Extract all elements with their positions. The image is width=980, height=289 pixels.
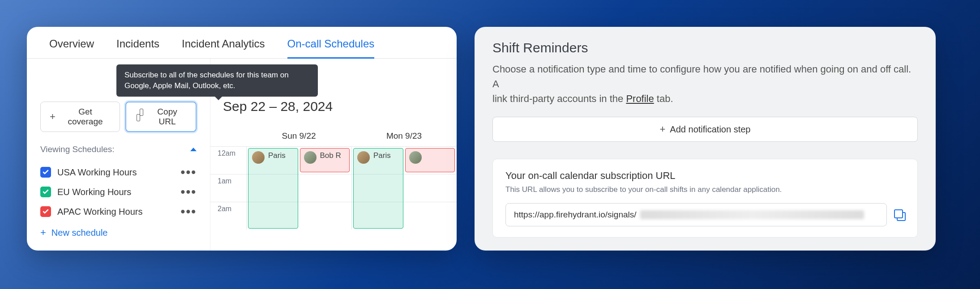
- shift-label: Paris: [268, 151, 286, 160]
- subscription-url-input[interactable]: https://app.firehydrant.io/signals/: [505, 203, 887, 226]
- avatar: [304, 151, 317, 164]
- tab-incidents[interactable]: Incidents: [116, 38, 159, 58]
- url-redacted: [640, 210, 864, 219]
- copy-url-button[interactable]: Copy URL: [125, 102, 197, 132]
- tab-incident-analytics[interactable]: Incident Analytics: [182, 38, 265, 58]
- schedule-item-usa: USA Working Hours •••: [40, 162, 197, 182]
- copy-url-tooltip: Subscribe to all of the schedules for th…: [116, 64, 318, 97]
- schedule-item-apac: APAC Working Hours •••: [40, 202, 197, 221]
- shift-block[interactable]: [405, 148, 455, 172]
- schedule-label-usa[interactable]: USA Working Hours: [57, 167, 175, 178]
- new-schedule-button[interactable]: New schedule: [40, 227, 197, 238]
- checkbox-usa[interactable]: [40, 167, 51, 178]
- time-label: 12am: [210, 147, 246, 174]
- more-icon[interactable]: •••: [181, 208, 197, 215]
- get-coverage-button[interactable]: Get coverage: [40, 102, 120, 132]
- viewing-schedules-label: Viewing Schedules:: [40, 144, 114, 154]
- tab-overview[interactable]: Overview: [49, 38, 94, 58]
- plus-icon: [50, 111, 56, 123]
- shift-block[interactable]: Paris: [248, 148, 298, 229]
- avatar: [252, 151, 265, 164]
- avatar: [409, 151, 422, 164]
- shift-reminders-description: Choose a notification type and time to c…: [492, 62, 918, 106]
- desc-part: Choose a notification type and time to c…: [492, 64, 911, 89]
- add-step-label: Add notification step: [670, 124, 750, 135]
- time-label: 2am: [210, 202, 246, 230]
- plus-icon: [660, 123, 666, 135]
- day-header: Mon 9/23: [351, 131, 457, 146]
- add-notification-step-button[interactable]: Add notification step: [492, 117, 918, 142]
- more-icon[interactable]: •••: [181, 189, 197, 195]
- desc-part: link third-party accounts in the: [492, 93, 626, 104]
- date-range: Sep 22 – 28, 2024: [210, 99, 457, 114]
- shift-label: Bob R: [320, 151, 341, 160]
- checkbox-eu[interactable]: [40, 187, 51, 197]
- url-section-title: Your on-call calendar subscription URL: [505, 170, 905, 182]
- shift-block[interactable]: Bob R: [300, 148, 350, 172]
- day-header: Sun 9/22: [246, 131, 351, 146]
- schedule-label-apac[interactable]: APAC Working Hours: [57, 207, 175, 217]
- shift-label: Paris: [373, 151, 391, 160]
- schedule-label-eu[interactable]: EU Working Hours: [57, 187, 175, 197]
- viewing-schedules-header: Viewing Schedules:: [40, 144, 197, 154]
- tabs-row: Overview Incidents Incident Analytics On…: [27, 27, 457, 59]
- profile-link[interactable]: Profile: [626, 93, 654, 104]
- url-section-desc: This URL allows you to subscribe to your…: [505, 185, 905, 194]
- desc-part: tab.: [654, 93, 673, 104]
- get-coverage-label: Get coverage: [60, 107, 111, 127]
- copy-icon: [135, 113, 143, 121]
- chevron-up-icon[interactable]: [190, 148, 197, 151]
- checkbox-apac[interactable]: [40, 206, 51, 217]
- new-schedule-label: New schedule: [51, 228, 108, 238]
- shift-block[interactable]: Paris: [353, 148, 403, 229]
- avatar: [357, 151, 370, 164]
- url-value: https://app.firehydrant.io/signals/: [514, 210, 637, 220]
- plus-icon: [40, 227, 46, 238]
- shift-reminders-card: Shift Reminders Choose a notification ty…: [475, 27, 936, 251]
- time-label: 1am: [210, 174, 246, 202]
- schedules-card: Overview Incidents Incident Analytics On…: [27, 27, 457, 251]
- tab-oncall-schedules[interactable]: On-call Schedules: [287, 38, 375, 58]
- more-icon[interactable]: •••: [181, 169, 197, 175]
- copy-url-icon-button[interactable]: [894, 209, 905, 220]
- schedule-item-eu: EU Working Hours •••: [40, 182, 197, 202]
- shift-reminders-title: Shift Reminders: [492, 40, 918, 55]
- subscription-url-section: Your on-call calendar subscription URL T…: [492, 159, 918, 238]
- copy-url-label: Copy URL: [148, 107, 187, 127]
